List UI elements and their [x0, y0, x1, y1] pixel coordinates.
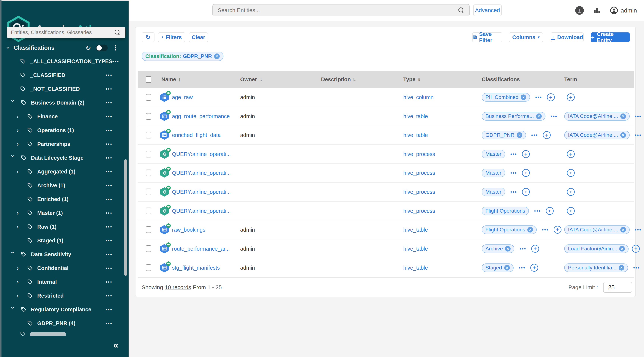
sidebar-scrollbar-thumb[interactable]	[124, 159, 127, 276]
classification-chip[interactable]: Flight Operations	[482, 207, 529, 215]
item-actions-icon[interactable]: •••	[106, 128, 112, 133]
records-count-link[interactable]: 10 records	[165, 284, 191, 290]
sidebar-item-partnerships[interactable]: › Partnerships •••	[0, 137, 128, 151]
item-actions-icon[interactable]: •••	[106, 210, 112, 216]
download-button[interactable]: ↓ Download	[551, 32, 584, 42]
entity-type-link[interactable]: hive_table	[403, 246, 428, 252]
entity-name-link[interactable]: raw_bookings	[172, 227, 205, 233]
remove-classification-icon[interactable]: ×	[505, 246, 510, 252]
entity-name-link[interactable]: route_performance_ar...	[172, 246, 230, 252]
entity-type-link[interactable]: hive_table	[403, 113, 428, 120]
term-chip[interactable]: IATA Code@Airline ... ×	[564, 112, 630, 120]
sidebar-item-classified[interactable]: _CLASSIFIED •••	[0, 68, 128, 82]
sidebar-item-regulatory-compliance[interactable]: › Regulatory Compliance •••	[0, 302, 128, 316]
more-terms-icon[interactable]: •••	[633, 265, 640, 271]
add-classification-icon[interactable]: +	[522, 150, 530, 158]
column-header-type[interactable]: Type	[403, 76, 416, 82]
advanced-search-button[interactable]: Advanced	[473, 4, 502, 16]
entity-name-link[interactable]: age_raw	[172, 94, 193, 100]
term-chip[interactable]: Load Factor@Airlin... ×	[564, 244, 628, 253]
entity-name-link[interactable]: QUERY:airline_operati...	[172, 189, 231, 195]
term-chip[interactable]: IATA Code@Airline ... ×	[564, 131, 630, 139]
sidebar-item-finance[interactable]: › Finance •••	[0, 110, 128, 123]
column-header-description[interactable]: Description	[321, 76, 351, 82]
page-limit-input[interactable]	[603, 282, 632, 293]
entity-type-link[interactable]: hive_process	[403, 151, 435, 157]
clear-filters-button[interactable]: Clear	[189, 32, 208, 42]
add-classification-icon[interactable]: +	[531, 245, 539, 253]
chevron-down-icon[interactable]: ›	[10, 307, 16, 312]
classification-chip[interactable]: Master	[482, 150, 505, 158]
remove-term-icon[interactable]: ×	[620, 132, 626, 138]
item-actions-icon[interactable]: •••	[106, 293, 112, 298]
columns-dropdown-button[interactable]: Columns ▾	[509, 32, 543, 42]
create-entity-button[interactable]: + Create Entity	[591, 32, 630, 42]
row-checkbox[interactable]	[146, 246, 151, 252]
item-actions-icon[interactable]: •••	[106, 169, 112, 174]
classification-filter-chip[interactable]: Classification: GDPR_PNR ×	[142, 52, 224, 61]
add-term-icon[interactable]: +	[567, 150, 575, 158]
chevron-right-icon[interactable]: ›	[17, 224, 22, 230]
collapse-sidebar-icon[interactable]: «	[113, 340, 118, 350]
item-actions-icon[interactable]: •••	[106, 252, 112, 257]
more-classifications-icon[interactable]: •••	[510, 170, 517, 176]
item-actions-icon[interactable]: •••	[106, 86, 112, 92]
more-terms-icon[interactable]: •••	[635, 132, 642, 138]
add-classification-icon[interactable]: +	[530, 264, 538, 272]
classification-chip[interactable]: Flight Operations ×	[482, 226, 537, 234]
entity-type-link[interactable]: hive_process	[403, 189, 435, 195]
entity-type-link[interactable]: hive_table	[403, 132, 428, 138]
add-classification-icon[interactable]: +	[546, 207, 554, 215]
remove-term-icon[interactable]: ×	[620, 227, 626, 232]
statistics-icon[interactable]	[593, 7, 600, 14]
chevron-down-icon[interactable]: ›	[10, 155, 16, 160]
user-menu[interactable]: admin	[610, 6, 637, 14]
column-header-name[interactable]: Name	[161, 76, 176, 82]
chevron-down-icon[interactable]: ›	[6, 47, 12, 49]
more-classifications-icon[interactable]: •••	[520, 246, 526, 252]
sidebar-item-archive[interactable]: Archive (1) •••	[0, 178, 128, 192]
item-actions-icon[interactable]: •••	[106, 321, 112, 326]
sidebar-item-raw[interactable]: › Raw (1) •••	[0, 220, 128, 234]
add-classification-icon[interactable]: +	[547, 93, 555, 101]
sidebar-item-internal[interactable]: › Internal •••	[0, 275, 128, 289]
sidebar-item-data-lifecycle-stage[interactable]: › Data Lifecycle Stage •••	[0, 151, 128, 165]
add-term-icon[interactable]: +	[567, 188, 575, 196]
remove-term-icon[interactable]: ×	[619, 246, 625, 252]
chevron-right-icon[interactable]: ›	[17, 279, 22, 285]
downloads-icon[interactable]: ↓	[575, 6, 584, 15]
row-checkbox[interactable]	[146, 188, 151, 195]
entity-name-link[interactable]: QUERY:airline_operati...	[172, 151, 231, 157]
item-actions-icon[interactable]: •••	[106, 307, 112, 312]
more-classifications-icon[interactable]: •••	[551, 114, 557, 119]
chevron-down-icon[interactable]: ›	[10, 100, 16, 106]
sort-asc-icon[interactable]: ↑	[178, 76, 181, 82]
add-classification-icon[interactable]: +	[522, 169, 530, 177]
row-checkbox[interactable]	[146, 170, 151, 176]
item-actions-icon[interactable]: •••	[106, 183, 112, 188]
entity-type-link[interactable]: hive_process	[403, 170, 435, 176]
row-checkbox[interactable]	[146, 226, 151, 233]
chevron-down-icon[interactable]: ›	[10, 252, 16, 257]
item-actions-icon[interactable]: •••	[106, 224, 112, 229]
sidebar-item-enriched[interactable]: Enriched (1) •••	[0, 192, 128, 206]
chevron-right-icon[interactable]: ›	[17, 128, 22, 133]
item-actions-icon[interactable]: •••	[106, 100, 112, 105]
item-actions-icon[interactable]: •••	[106, 155, 112, 160]
add-classification-icon[interactable]: +	[522, 188, 530, 196]
entity-type-link[interactable]: hive_column	[403, 94, 434, 100]
term-chip[interactable]: Personally Identifia... ×	[564, 264, 628, 272]
remove-classification-icon[interactable]: ×	[536, 114, 542, 119]
remove-term-icon[interactable]: ×	[619, 265, 624, 270]
add-term-icon[interactable]: +	[567, 169, 575, 177]
add-term-icon[interactable]: +	[567, 207, 575, 215]
sidebar-item-staged[interactable]: Staged (1) •••	[0, 234, 128, 248]
chevron-right-icon[interactable]: ›	[17, 210, 22, 216]
sidebar-item-master[interactable]: › Master (1) •••	[0, 206, 128, 220]
sidebar-item-restricted[interactable]: › Restricted •••	[0, 289, 128, 302]
classification-chip[interactable]: Master	[482, 188, 505, 196]
save-filter-button[interactable]: Save Filter	[472, 32, 502, 42]
sidebar-item-all-classification-types[interactable]: _ALL_CLASSIFICATION_TYPES •••	[0, 54, 128, 68]
item-actions-icon[interactable]: •••	[106, 114, 112, 119]
global-search-input[interactable]	[213, 7, 458, 14]
